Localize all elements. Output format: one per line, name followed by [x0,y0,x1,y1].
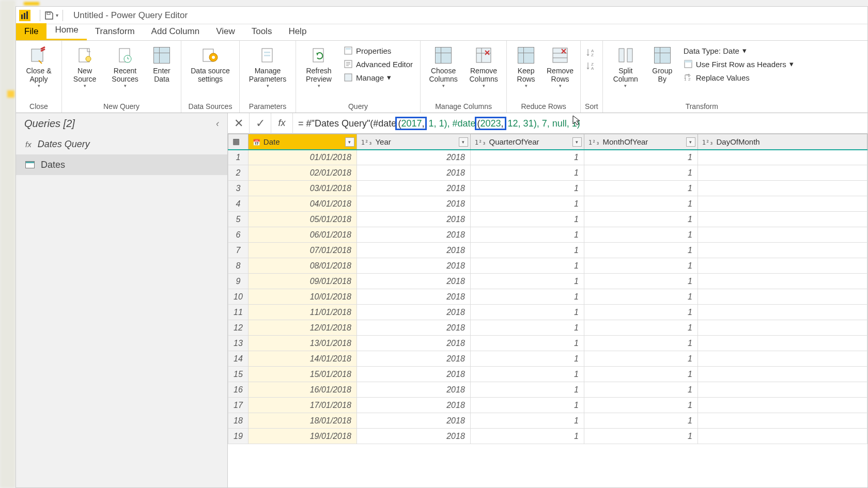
first-row-headers-button[interactable]: Use First Row as Headers ▾ [680,58,797,70]
cell-date[interactable]: 04/01/2018 [248,196,357,212]
cell-quarter[interactable]: 1 [470,429,584,444]
cell-day[interactable] [698,150,867,165]
cell-day[interactable] [698,336,867,351]
cell-month[interactable]: 1 [584,382,698,398]
table-row[interactable]: 1414/01/2018201811 [228,351,867,367]
col-quarter[interactable]: 1²₃QuarterOfYear▾ [470,134,584,150]
cell-date[interactable]: 02/01/2018 [248,165,357,181]
close-apply-button[interactable]: Close & Apply▾ [20,43,57,88]
data-type-button[interactable]: Data Type: Date ▾ [680,45,797,56]
cell-quarter[interactable]: 1 [470,413,584,429]
cell-date[interactable]: 16/01/2018 [248,382,357,398]
cell-day[interactable] [698,227,867,243]
cell-year[interactable]: 2018 [357,289,470,305]
cell-day[interactable] [698,413,867,429]
cell-month[interactable]: 1 [584,274,698,289]
table-row[interactable]: 1919/01/2018201811 [228,429,867,444]
cell-quarter[interactable]: 1 [470,243,584,258]
cell-date[interactable]: 03/01/2018 [248,181,357,196]
table-row[interactable]: 303/01/2018201811 [228,181,867,196]
tab-file[interactable]: File [16,23,47,40]
new-source-button[interactable]: New Source▾ [66,43,103,88]
col-day[interactable]: 1²₃DayOfMonth [698,134,867,150]
cell-month[interactable]: 1 [584,429,698,444]
tab-transform[interactable]: Transform [87,23,143,40]
cell-quarter[interactable]: 1 [470,320,584,336]
group-by-button[interactable]: Group By [647,43,677,83]
cell-day[interactable] [698,181,867,196]
cell-date[interactable]: 08/01/2018 [248,258,357,274]
qat-dropdown-icon[interactable]: ▾ [56,12,58,18]
cell-month[interactable]: 1 [584,196,698,212]
table-row[interactable]: 808/01/2018201811 [228,258,867,274]
cell-quarter[interactable]: 1 [470,398,584,413]
cell-quarter[interactable]: 1 [470,382,584,398]
tab-help[interactable]: Help [280,23,315,40]
replace-values-button[interactable]: 12Replace Values [680,72,797,83]
cell-year[interactable]: 2018 [357,181,470,196]
tab-tools[interactable]: Tools [243,23,281,40]
data-grid[interactable]: ▦ 📅Date▾ 1²₃Year▾ 1²₃QuarterOfYear▾ 1²₃M… [228,134,867,487]
table-row[interactable]: 1313/01/2018201811 [228,336,867,351]
cell-day[interactable] [698,243,867,258]
cell-date[interactable]: 01/01/2018 [248,150,357,165]
table-row[interactable]: 1212/01/2018201811 [228,320,867,336]
cell-quarter[interactable]: 1 [470,196,584,212]
cell-month[interactable]: 1 [584,351,698,367]
cell-day[interactable] [698,351,867,367]
cell-month[interactable]: 1 [584,413,698,429]
table-row[interactable]: 707/01/2018201811 [228,243,867,258]
filter-dropdown-icon[interactable]: ▾ [572,137,582,147]
cell-date[interactable]: 13/01/2018 [248,336,357,351]
cell-day[interactable] [698,196,867,212]
filter-dropdown-icon[interactable]: ▾ [686,137,695,147]
cell-quarter[interactable]: 1 [470,181,584,196]
cell-month[interactable]: 1 [584,289,698,305]
cell-day[interactable] [698,212,867,227]
cell-day[interactable] [698,274,867,289]
table-row[interactable]: 1717/01/2018201811 [228,398,867,413]
cell-date[interactable]: 14/01/2018 [248,351,357,367]
cell-day[interactable] [698,289,867,305]
cell-month[interactable]: 1 [584,398,698,413]
cell-day[interactable] [698,367,867,382]
cell-date[interactable]: 19/01/2018 [248,429,357,444]
cell-year[interactable]: 2018 [357,336,470,351]
cell-quarter[interactable]: 1 [470,150,584,165]
tab-view[interactable]: View [208,23,243,40]
row-header-corner[interactable]: ▦ [228,134,249,150]
sort-asc-button[interactable]: AZ [585,47,596,58]
cell-quarter[interactable]: 1 [470,367,584,382]
formula-cancel-button[interactable]: ✕ [228,113,250,134]
filter-dropdown-icon[interactable]: ▾ [345,137,354,147]
cell-month[interactable]: 1 [584,165,698,181]
cell-quarter[interactable]: 1 [470,212,584,227]
table-row[interactable]: 1818/01/2018201811 [228,413,867,429]
cell-day[interactable] [698,320,867,336]
cell-date[interactable]: 05/01/2018 [248,212,357,227]
cell-date[interactable]: 12/01/2018 [248,320,357,336]
formula-input[interactable]: = #"Dates Query"(#date(2017, 1, 1), #dat… [293,118,867,129]
cell-month[interactable]: 1 [584,150,698,165]
properties-button[interactable]: Properties [340,45,416,56]
cell-month[interactable]: 1 [584,367,698,382]
choose-columns-button[interactable]: Choose Columns▾ [425,43,462,88]
tab-home[interactable]: Home [47,22,86,40]
table-row[interactable]: 606/01/2018201811 [228,227,867,243]
enter-data-button[interactable]: Enter Data [147,43,177,83]
cell-year[interactable]: 2018 [357,227,470,243]
cell-quarter[interactable]: 1 [470,351,584,367]
save-icon[interactable] [44,11,54,20]
table-row[interactable]: 1616/01/2018201811 [228,382,867,398]
cell-date[interactable]: 07/01/2018 [248,243,357,258]
cell-day[interactable] [698,165,867,181]
cell-date[interactable]: 18/01/2018 [248,413,357,429]
cell-year[interactable]: 2018 [357,320,470,336]
cell-quarter[interactable]: 1 [470,305,584,320]
cell-year[interactable]: 2018 [357,367,470,382]
cell-year[interactable]: 2018 [357,243,470,258]
refresh-preview-button[interactable]: Refresh Preview▾ [300,43,337,88]
table-row[interactable]: 202/01/2018201811 [228,165,867,181]
table-row[interactable]: 1515/01/2018201811 [228,367,867,382]
cell-date[interactable]: 11/01/2018 [248,305,357,320]
